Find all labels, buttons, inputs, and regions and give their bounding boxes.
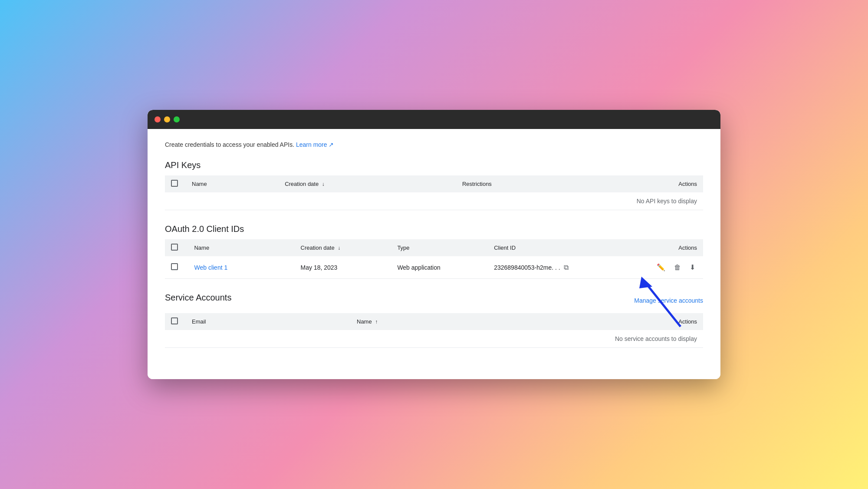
oauth-row-type: Web application	[397, 264, 440, 271]
oauth-row-client-id-value: 232689840053-h2me. . .	[494, 264, 560, 271]
oauth-section: OAuth 2.0 Client IDs Name Creation date …	[165, 224, 703, 279]
api-keys-col-checkbox	[165, 175, 186, 192]
creation-date-sort-icon: ↓	[322, 181, 325, 187]
api-keys-empty-row: No API keys to display	[165, 192, 703, 210]
api-keys-section: API Keys Name Creation date ↓ Restrictio…	[165, 160, 703, 210]
oauth-row-checkbox-cell	[165, 256, 188, 279]
api-keys-col-creation[interactable]: Creation date ↓	[279, 175, 456, 192]
web-client-link[interactable]: Web client 1	[194, 264, 227, 271]
api-keys-table: Name Creation date ↓ Restrictions Action…	[165, 175, 703, 210]
sa-col-name[interactable]: Name ↑	[351, 313, 534, 330]
oauth-row-type-cell: Web application	[391, 256, 488, 279]
oauth-row-client-id-cell: 232689840053-h2me. . . ⧉	[488, 256, 643, 279]
sa-col-email[interactable]: Email	[186, 313, 351, 330]
oauth-col-name[interactable]: Name	[188, 239, 294, 256]
sa-col-actions: Actions	[534, 313, 703, 330]
learn-more-link[interactable]: Learn more ↗	[296, 141, 334, 148]
minimize-button[interactable]	[164, 116, 170, 122]
oauth-header-row: Name Creation date ↓ Type Client ID Acti…	[165, 239, 703, 256]
oauth-title: OAuth 2.0 Client IDs	[165, 224, 703, 234]
delete-oauth-button[interactable]: 🗑	[672, 262, 683, 273]
api-keys-col-restrictions: Restrictions	[456, 175, 598, 192]
service-accounts-section: Service Accounts Manage service accounts…	[165, 293, 703, 348]
oauth-table: Name Creation date ↓ Type Client ID Acti…	[165, 239, 703, 279]
top-info-text: Create credentials to access your enable…	[165, 141, 294, 148]
oauth-creation-sort-icon: ↓	[338, 245, 340, 251]
api-keys-select-all[interactable]	[171, 180, 178, 187]
api-keys-col-actions: Actions	[598, 175, 703, 192]
service-accounts-header-row: Email Name ↑ Actions	[165, 313, 703, 330]
top-info: Create credentials to access your enable…	[165, 141, 703, 148]
oauth-col-type: Type	[391, 239, 488, 256]
manage-service-accounts-link[interactable]: Manage service accounts	[634, 297, 703, 304]
oauth-row-creation-date: May 18, 2023	[301, 264, 338, 271]
service-accounts-table: Email Name ↑ Actions No service accounts…	[165, 313, 703, 348]
oauth-select-all[interactable]	[171, 244, 178, 251]
sa-select-all[interactable]	[171, 317, 178, 324]
oauth-row-creation-cell: May 18, 2023	[295, 256, 391, 279]
oauth-col-checkbox	[165, 239, 188, 256]
browser-window: Create credentials to access your enable…	[148, 110, 720, 379]
oauth-col-actions: Actions	[643, 239, 703, 256]
main-content: Create credentials to access your enable…	[148, 129, 720, 379]
oauth-row: Web client 1 May 18, 2023 Web applicatio…	[165, 256, 703, 279]
titlebar	[148, 110, 720, 129]
sa-empty-message: No service accounts to display	[186, 330, 703, 348]
api-keys-title: API Keys	[165, 160, 703, 170]
api-keys-col-name[interactable]: Name	[186, 175, 279, 192]
maximize-button[interactable]	[174, 116, 180, 122]
close-button[interactable]	[155, 116, 161, 122]
service-accounts-title: Service Accounts	[165, 293, 231, 303]
oauth-row-actions-cell: ✏️ 🗑 ⬇	[643, 256, 703, 279]
oauth-row-checkbox[interactable]	[171, 263, 178, 270]
sa-name-sort-icon: ↑	[375, 319, 378, 325]
copy-client-id-icon[interactable]: ⧉	[564, 264, 569, 271]
api-keys-header-row: Name Creation date ↓ Restrictions Action…	[165, 175, 703, 192]
sa-col-checkbox	[165, 313, 186, 330]
external-link-icon: ↗	[329, 141, 334, 148]
sa-empty-row: No service accounts to display	[165, 330, 703, 348]
service-accounts-header: Service Accounts Manage service accounts	[165, 293, 703, 308]
oauth-col-creation[interactable]: Creation date ↓	[295, 239, 391, 256]
oauth-col-client-id: Client ID	[488, 239, 643, 256]
edit-oauth-button[interactable]: ✏️	[655, 261, 667, 273]
download-oauth-button[interactable]: ⬇	[688, 261, 697, 273]
oauth-row-name-cell: Web client 1	[188, 256, 294, 279]
api-keys-empty-message: No API keys to display	[186, 192, 703, 210]
